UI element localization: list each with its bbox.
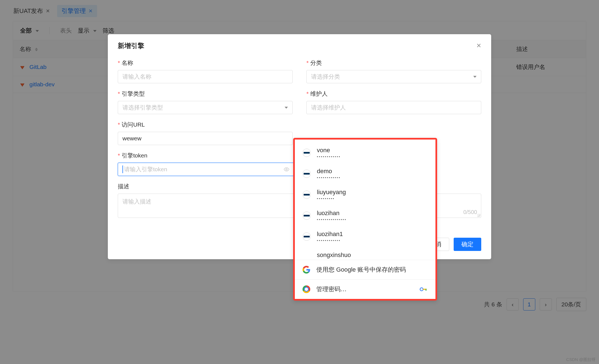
site-icon: [303, 232, 311, 241]
watermark: CSDN @图拉呀: [566, 357, 596, 362]
site-icon: [303, 149, 311, 157]
engine-type-label: 引擎类型: [118, 90, 293, 98]
token-label: 引擎token: [118, 152, 294, 159]
name-input[interactable]: 请输入名称: [118, 70, 293, 83]
password-suggestion[interactable]: luozihan1 ••••••••••••: [295, 226, 435, 247]
name-label: 名称: [118, 59, 293, 67]
password-suggestion[interactable]: demo ••••••••••••: [295, 163, 435, 184]
maintainer-select[interactable]: 请选择维护人: [306, 101, 481, 114]
maintainer-label: 维护人: [306, 90, 481, 98]
password-suggestion[interactable]: songxinshuo: [295, 247, 435, 260]
token-input[interactable]: 请输入引擎token: [118, 163, 294, 176]
key-icon: [419, 286, 428, 292]
site-icon: [303, 170, 311, 178]
password-suggestion[interactable]: vone ••••••••••••: [295, 142, 435, 163]
chevron-down-icon: [285, 107, 288, 109]
password-suggestion[interactable]: luozihan •••••••••••••••: [295, 205, 435, 226]
ok-button[interactable]: 确定: [454, 238, 481, 251]
svg-rect-3: [426, 289, 426, 291]
password-suggestion[interactable]: liuyueyang •••••••••: [295, 184, 435, 205]
engine-type-select[interactable]: 请选择引擎类型: [118, 101, 293, 114]
site-icon: [303, 191, 311, 199]
url-input[interactable]: wewew: [118, 132, 293, 145]
use-google-passwords[interactable]: 使用您 Google 账号中保存的密码: [295, 260, 435, 279]
modal-title: 新增引擎: [118, 41, 144, 50]
eye-icon[interactable]: [284, 166, 290, 172]
char-count: 0/500: [463, 209, 477, 215]
manage-passwords[interactable]: 管理密码…: [295, 280, 435, 299]
url-label: 访问URL: [118, 121, 293, 129]
chevron-down-icon: [473, 76, 477, 78]
svg-point-0: [286, 168, 287, 170]
category-select[interactable]: 请选择分类: [306, 70, 481, 83]
google-icon: [303, 266, 310, 274]
svg-point-1: [420, 288, 423, 291]
resize-handle[interactable]: [477, 214, 480, 217]
site-icon: [303, 212, 311, 220]
chrome-icon: [303, 285, 310, 293]
password-autofill-popup: vone •••••••••••• demo •••••••••••• liuy…: [293, 138, 437, 301]
close-icon[interactable]: ✕: [476, 42, 481, 49]
category-label: 分类: [306, 59, 481, 67]
